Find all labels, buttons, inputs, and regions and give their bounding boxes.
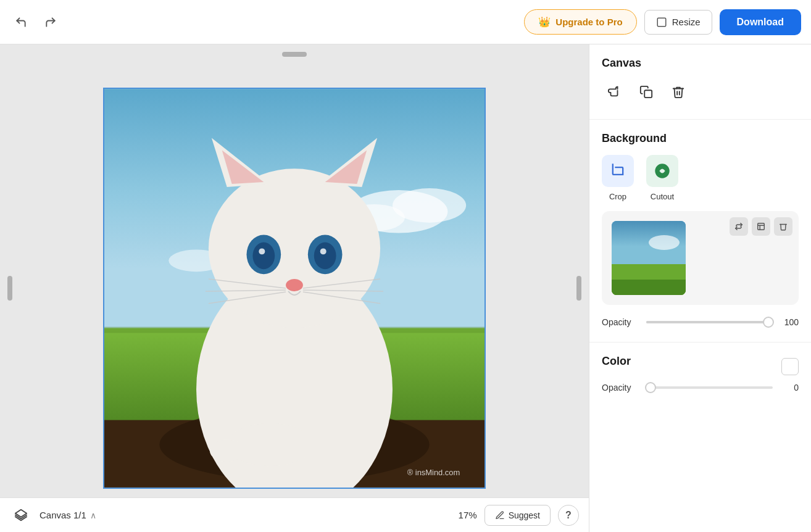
right-panel: Canvas bbox=[589, 44, 811, 532]
crop-icon bbox=[602, 155, 634, 187]
crop-option[interactable]: Crop bbox=[602, 155, 634, 201]
svg-text:® insMind.com: ® insMind.com bbox=[407, 468, 460, 477]
animate-bg-button[interactable] bbox=[730, 217, 748, 236]
crop-label: Crop bbox=[609, 192, 626, 201]
upgrade-button[interactable]: 👑 Upgrade to Pro bbox=[524, 9, 636, 35]
color-section: Color Opacity 0 bbox=[602, 355, 799, 393]
svg-rect-33 bbox=[644, 90, 652, 98]
redo-button[interactable] bbox=[40, 11, 62, 33]
svg-point-11 bbox=[209, 168, 380, 328]
zoom-label: 17% bbox=[459, 510, 477, 520]
canvas-chevron-icon: ∧ bbox=[90, 510, 96, 520]
delete-canvas-button[interactable] bbox=[666, 80, 691, 104]
color-swatch[interactable] bbox=[781, 358, 799, 375]
canvas-image: ® insMind.com bbox=[104, 89, 485, 488]
resize-button[interactable]: Resize bbox=[644, 10, 712, 35]
cutout-icon bbox=[646, 155, 678, 187]
opacity-slider[interactable] bbox=[646, 321, 773, 323]
color-opacity-slider[interactable] bbox=[646, 386, 773, 389]
color-row: Color bbox=[602, 355, 799, 378]
divider-2 bbox=[589, 342, 811, 343]
bg-thumbnail[interactable] bbox=[612, 221, 686, 295]
bg-preview-box bbox=[602, 211, 799, 305]
canvas-section: Canvas bbox=[602, 57, 799, 104]
cutout-label: Cutout bbox=[651, 192, 674, 201]
help-label: ? bbox=[565, 510, 572, 520]
resize-label: Resize bbox=[672, 17, 701, 27]
bottom-bar: Canvas 1/1 ∧ 17% Suggest ? bbox=[0, 497, 589, 532]
main-layout: ® insMind.com Canvas 1/1 ∧ 17% bbox=[0, 44, 811, 532]
download-label: Download bbox=[737, 17, 784, 27]
color-opacity-row: Opacity 0 bbox=[602, 383, 799, 393]
delete-bg-button[interactable] bbox=[774, 217, 792, 236]
color-opacity-label: Opacity bbox=[602, 383, 639, 393]
bg-preview-actions bbox=[730, 217, 792, 236]
svg-rect-38 bbox=[612, 280, 686, 295]
svg-point-21 bbox=[320, 248, 326, 254]
svg-point-19 bbox=[314, 242, 336, 269]
canvas-wrapper[interactable]: ® insMind.com bbox=[103, 88, 486, 489]
scroll-handle-left[interactable] bbox=[7, 276, 12, 301]
canvas-area: ® insMind.com Canvas 1/1 ∧ 17% bbox=[0, 44, 589, 532]
replace-bg-button[interactable] bbox=[752, 217, 770, 236]
scroll-handle-right[interactable] bbox=[576, 276, 581, 301]
upgrade-label: Upgrade to Pro bbox=[555, 17, 622, 27]
help-button[interactable]: ? bbox=[558, 505, 579, 526]
divider-1 bbox=[589, 119, 811, 120]
opacity-label: Opacity bbox=[602, 317, 639, 327]
layers-button[interactable] bbox=[10, 504, 32, 526]
svg-point-18 bbox=[252, 242, 275, 269]
suggest-button[interactable]: Suggest bbox=[485, 505, 551, 526]
bg-opacity-row: Opacity 100 bbox=[602, 317, 799, 327]
svg-point-36 bbox=[649, 235, 680, 250]
svg-rect-39 bbox=[758, 223, 765, 230]
opacity-value: 100 bbox=[780, 317, 799, 327]
background-options: Crop Cutout bbox=[602, 155, 799, 201]
color-opacity-thumb[interactable] bbox=[645, 382, 656, 393]
background-section: Background Crop bbox=[602, 132, 799, 327]
svg-point-22 bbox=[286, 279, 303, 291]
color-opacity-value: 0 bbox=[780, 383, 799, 393]
crown-icon: 👑 bbox=[538, 16, 551, 28]
opacity-thumb[interactable] bbox=[763, 317, 774, 328]
copy-canvas-button[interactable] bbox=[634, 80, 659, 104]
suggest-label: Suggest bbox=[509, 510, 540, 520]
canvas-label: Canvas 1/1 ∧ bbox=[40, 510, 96, 520]
scroll-handle-top[interactable] bbox=[282, 52, 307, 57]
color-section-title: Color bbox=[602, 355, 631, 368]
download-button[interactable]: Download bbox=[720, 9, 801, 35]
canvas-section-title: Canvas bbox=[602, 57, 799, 70]
canvas-toolbar bbox=[602, 80, 799, 104]
format-paint-button[interactable] bbox=[602, 80, 626, 104]
svg-point-30 bbox=[210, 439, 244, 462]
background-section-title: Background bbox=[602, 132, 799, 145]
topbar: 👑 Upgrade to Pro Resize Download bbox=[0, 0, 811, 44]
canvas-label-text: Canvas 1/1 bbox=[40, 510, 86, 520]
cutout-option[interactable]: Cutout bbox=[646, 155, 678, 201]
svg-point-20 bbox=[259, 248, 265, 254]
undo-button[interactable] bbox=[10, 11, 32, 33]
svg-rect-0 bbox=[657, 18, 666, 27]
